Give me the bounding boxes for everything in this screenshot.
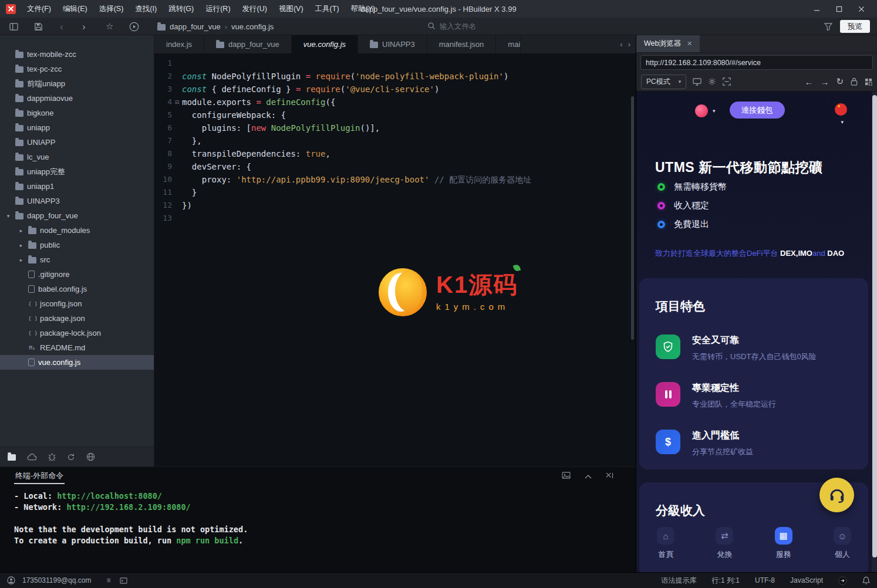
editor-tab[interactable]: vue.config.js: [292, 35, 358, 53]
nav-user[interactable]: ☺個人: [813, 523, 872, 572]
tree-item[interactable]: ▾dapp_four_vue: [0, 208, 154, 223]
nav-swap[interactable]: ⇄兌換: [695, 523, 754, 572]
nav-home[interactable]: ⌂首頁: [636, 523, 695, 572]
tree-item[interactable]: ▸src: [0, 252, 154, 267]
star-icon[interactable]: ☆: [106, 18, 113, 35]
debug-icon[interactable]: [48, 452, 56, 461]
tree-item[interactable]: uniapp完整: [0, 164, 154, 179]
cursor-position[interactable]: 行:1 列:1: [712, 576, 740, 586]
search-input[interactable]: [440, 22, 528, 31]
url-input[interactable]: [640, 55, 873, 70]
scan-icon[interactable]: [723, 77, 731, 86]
tree-item[interactable]: { }package-lock.json: [0, 326, 154, 340]
tree-item[interactable]: 前端uniapp: [0, 76, 154, 91]
tree-item[interactable]: babel.config.js: [0, 282, 154, 296]
notification-bell-icon[interactable]: [862, 576, 870, 584]
save-icon[interactable]: [34, 18, 43, 35]
back-icon[interactable]: ‹: [60, 18, 63, 35]
cloud-icon[interactable]: [27, 454, 37, 461]
tree-item[interactable]: M↓README.md: [0, 340, 154, 355]
terminal-tab[interactable]: 终端-外部命令: [14, 468, 65, 484]
tree-item[interactable]: { }package.json: [0, 311, 154, 326]
collapse-icon[interactable]: [585, 472, 592, 481]
forward-icon[interactable]: ›: [82, 18, 86, 35]
screenshot-icon[interactable]: [562, 472, 571, 481]
tab-scroll-right-icon[interactable]: ›: [628, 40, 630, 49]
section-title: 項目特色: [656, 298, 705, 315]
editor-tab[interactable]: manifest.json: [427, 35, 497, 53]
code-line: 2const NodePolyfillPlugin = require('nod…: [154, 70, 636, 83]
language-mode[interactable]: JavaScript: [790, 576, 823, 584]
encoding-status[interactable]: UTF-8: [755, 576, 775, 584]
menu-item[interactable]: 视图(V): [274, 2, 309, 16]
tree-item[interactable]: bigkone: [0, 106, 154, 120]
language-chevron-icon[interactable]: ▾: [841, 119, 844, 125]
console-toggle-icon[interactable]: [120, 577, 127, 584]
close-tab-icon[interactable]: ✕: [687, 40, 692, 48]
minimize-button[interactable]: [807, 2, 827, 16]
editor-tab[interactable]: index.js: [154, 35, 204, 53]
task-list-icon[interactable]: ≡: [106, 576, 110, 584]
close-panel-icon[interactable]: [606, 472, 613, 481]
tree-item[interactable]: { }jsconfig.json: [0, 296, 154, 311]
fold-icon[interactable]: ⊟: [172, 96, 182, 109]
tree-item[interactable]: tex-mobile-zcc: [0, 47, 154, 62]
layout-icon[interactable]: [9, 18, 18, 35]
token-chevron-icon[interactable]: ▾: [713, 108, 716, 114]
tree-item[interactable]: uniapp: [0, 120, 154, 135]
filter-icon[interactable]: [824, 18, 832, 35]
tree-item[interactable]: lc_vue: [0, 150, 154, 164]
tree-item[interactable]: UINAPP3: [0, 194, 154, 208]
account-email[interactable]: 1735031199@qq.com: [22, 576, 91, 584]
maximize-button[interactable]: [829, 2, 849, 16]
tree-item[interactable]: vue.config.js: [0, 355, 154, 370]
browser-refresh-icon[interactable]: ↻: [836, 76, 844, 87]
run-icon[interactable]: [129, 18, 139, 35]
nav-service[interactable]: ▦服務: [754, 523, 813, 572]
scrollbar-thumb[interactable]: [872, 95, 877, 557]
tree-item[interactable]: .gitignore: [0, 267, 154, 282]
responsive-icon[interactable]: [693, 78, 701, 86]
editor-tab[interactable]: UINAPP3: [358, 35, 427, 53]
breadcrumb-file[interactable]: vue.config.js: [231, 22, 274, 31]
tab-scroll-left-icon[interactable]: ‹: [620, 40, 622, 49]
connect-wallet-button[interactable]: 連接錢包: [730, 102, 785, 119]
qr-grid-icon[interactable]: [865, 78, 872, 86]
tree-item[interactable]: dappmiaovue: [0, 91, 154, 106]
customer-service-button[interactable]: [819, 478, 854, 512]
menu-item[interactable]: 选择(S): [94, 2, 129, 16]
tree-item[interactable]: ▸node_modules: [0, 223, 154, 238]
browser-tab[interactable]: Web浏览器 ✕: [636, 35, 700, 52]
preview-button[interactable]: 预览: [840, 20, 870, 33]
menu-item[interactable]: 运行(R): [200, 2, 235, 16]
code-editor[interactable]: 1 2const NodePolyfillPlugin = require('n…: [154, 54, 636, 467]
tree-item[interactable]: UNIAPP: [0, 135, 154, 150]
menu-item[interactable]: 编辑(E): [58, 2, 93, 16]
tree-item[interactable]: ▸public: [0, 238, 154, 252]
language-flag-icon[interactable]: [835, 103, 847, 116]
browser-forward-icon[interactable]: →: [820, 77, 829, 87]
editor-tab[interactable]: dapp_four_vue: [204, 35, 292, 53]
tree-item[interactable]: uniapp1: [0, 179, 154, 194]
tree-item[interactable]: tex-pc-zcc: [0, 62, 154, 76]
browser-back-icon[interactable]: ←: [804, 77, 813, 87]
menu-item[interactable]: 跳转(G): [163, 2, 199, 16]
menu-item[interactable]: 工具(T): [310, 2, 345, 16]
menu-item[interactable]: 查找(I): [130, 2, 162, 16]
close-button[interactable]: [851, 2, 871, 16]
sync-icon[interactable]: [67, 453, 75, 461]
menu-item[interactable]: 文件(F): [22, 2, 56, 16]
token-logo-icon[interactable]: [695, 104, 708, 117]
editor-tab[interactable]: mai: [496, 35, 521, 53]
syntax-lib-status[interactable]: 语法提示库: [662, 576, 697, 586]
editor-scrollbar[interactable]: [631, 96, 634, 340]
update-icon[interactable]: [838, 576, 847, 585]
files-view-icon[interactable]: [8, 453, 16, 461]
account-avatar-icon[interactable]: [7, 576, 15, 584]
menu-item[interactable]: 发行(U): [237, 2, 272, 16]
settings-gear-icon[interactable]: [708, 77, 716, 86]
breadcrumb-project[interactable]: dapp_four_vue: [170, 22, 221, 31]
page-scrollbar[interactable]: [872, 92, 877, 572]
globe-icon[interactable]: [86, 452, 95, 461]
device-mode-select[interactable]: PC模式▾: [641, 75, 686, 89]
